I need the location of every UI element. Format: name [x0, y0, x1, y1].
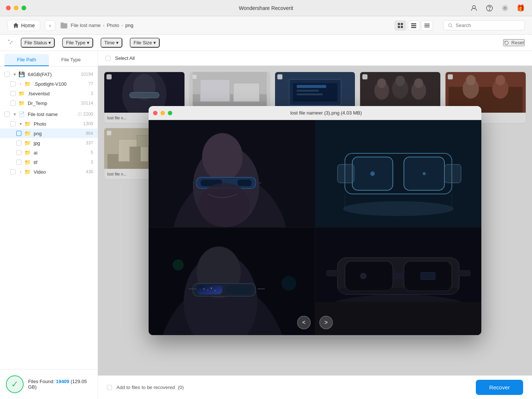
add-to-recover-label: Add to files to be recovered: [116, 385, 175, 390]
help-icon[interactable]: [485, 4, 494, 12]
checkmark-icon: ✓: [11, 379, 18, 389]
preview-quad-bottomright: [315, 228, 481, 335]
file-type-filter[interactable]: File Type ▾: [62, 38, 93, 48]
list-compact-view-button[interactable]: [408, 20, 420, 31]
svg-point-101: [207, 290, 208, 290]
select-all-checkbox[interactable]: [105, 56, 111, 61]
tree-item-jpg[interactable]: 📁 jpg 337: [0, 138, 98, 148]
tree-item-filelostname[interactable]: ▼ 📄 File lost name ⓘ 2200: [0, 109, 98, 119]
expand-icon[interactable]: ▼: [13, 112, 17, 116]
add-to-recover: Add to files to be recovered (0): [107, 385, 184, 390]
preview-prev-button[interactable]: <: [297, 316, 311, 329]
time-filter[interactable]: Time ▾: [101, 38, 122, 48]
maximize-button[interactable]: [21, 6, 26, 10]
preview-next-button[interactable]: >: [319, 316, 333, 329]
gift-icon[interactable]: 🎁: [516, 4, 525, 12]
tree-check[interactable]: [16, 150, 21, 155]
user-icon[interactable]: [470, 4, 478, 12]
breadcrumb-part1: File lost name: [71, 23, 101, 28]
svg-rect-5: [61, 23, 64, 24]
view-controls: [394, 20, 433, 31]
tree-item-png[interactable]: 📁 png 964: [0, 129, 98, 138]
file-size-filter[interactable]: File Size ▾: [130, 38, 160, 48]
search-input[interactable]: [456, 23, 520, 28]
breadcrumb-part3: png: [125, 23, 133, 28]
tree-item-fseventsd[interactable]: 📁 .fseventsd 3: [0, 89, 98, 98]
tree-count: 337: [86, 140, 93, 146]
minimize-button[interactable]: [14, 6, 18, 10]
sidebar-tabs: File Path File Type: [0, 51, 98, 66]
svg-point-74: [202, 133, 243, 181]
svg-point-19: [11, 41, 13, 42]
grid-view-button[interactable]: [394, 20, 406, 31]
tree-item-tif[interactable]: 📁 tif 3: [0, 157, 98, 167]
svg-rect-110: [315, 302, 481, 335]
expand-icon[interactable]: ▼: [13, 72, 17, 76]
tree-check[interactable]: [10, 169, 16, 174]
reset-button[interactable]: Reset: [503, 39, 525, 46]
home-button[interactable]: Home: [7, 20, 40, 31]
tree-check[interactable]: [16, 131, 21, 136]
app-title: Wondershare Recoverit: [239, 5, 293, 11]
tree-name: Video: [34, 169, 84, 175]
preview-maximize[interactable]: [168, 111, 172, 115]
svg-point-3: [504, 7, 506, 9]
tree-item-photo[interactable]: ▼ 📁 Photo 1309: [0, 119, 98, 129]
chevron-down-icon: ▾: [48, 40, 51, 45]
tree-name: .fseventsd: [28, 91, 89, 96]
tree-check[interactable]: [10, 91, 16, 96]
svg-rect-7: [401, 23, 403, 25]
tree-item-spotlight[interactable]: › 📁 .Spotlight-V100 77: [0, 79, 98, 89]
success-icon: ✓: [6, 375, 24, 393]
folder-icon: 📁: [24, 121, 31, 127]
tree-check[interactable]: [10, 81, 16, 86]
recover-button[interactable]: Recover: [476, 380, 523, 395]
tree-item-ai[interactable]: 📁 ai 5: [0, 148, 98, 157]
tree-name: tif: [34, 160, 89, 165]
tree-name: Dr_Temp: [28, 100, 79, 106]
app-body: Home ‹ File lost name › Photo › png: [0, 16, 532, 399]
svg-rect-9: [401, 26, 403, 28]
preview-minimize[interactable]: [160, 111, 165, 115]
back-button[interactable]: ‹: [45, 20, 55, 31]
svg-point-2: [489, 9, 489, 10]
search-box[interactable]: [443, 20, 525, 30]
add-to-recover-checkbox[interactable]: [107, 385, 112, 390]
preview-close[interactable]: [153, 111, 157, 115]
preview-image-3: [149, 228, 315, 335]
tree-name: png: [34, 131, 84, 136]
tree-check[interactable]: [16, 140, 21, 146]
tab-file-path[interactable]: File Path: [4, 54, 49, 66]
file-status-filter[interactable]: File Status ▾: [21, 38, 55, 48]
tree-check[interactable]: [10, 121, 16, 126]
tree-name: 64GB(FAT): [28, 72, 79, 77]
settings-icon[interactable]: [501, 4, 509, 12]
breadcrumb: File lost name › Photo › png: [60, 21, 133, 30]
svg-rect-12: [411, 27, 416, 28]
tree-item-video[interactable]: › 📁 Video 436: [0, 167, 98, 177]
tree-check[interactable]: [16, 160, 21, 165]
svg-rect-116: [457, 270, 470, 276]
tree-item-64gb[interactable]: ▼ 💾 64GB(FAT) 10194: [0, 69, 98, 79]
bottom-bar: Add to files to be recovered (0) Recover: [98, 375, 532, 399]
expand-icon[interactable]: ▼: [18, 122, 23, 126]
list-view-button[interactable]: [421, 20, 433, 31]
tree-check-64gb[interactable]: [4, 72, 10, 77]
tree-check[interactable]: [10, 100, 16, 106]
preview-window: lost file nameer (3).png (4.03 MB): [149, 106, 481, 335]
svg-rect-119: [338, 288, 459, 294]
sidebar-footer: ✓ Files Found: 19409 (129.05 GB): [0, 369, 98, 399]
svg-rect-77: [237, 179, 252, 187]
tree-item-drtemp[interactable]: 📁 Dr_Temp 10114: [0, 98, 98, 108]
tree-count: 10194: [81, 72, 93, 77]
drive-icon: 💾: [18, 71, 25, 77]
svg-point-107: [281, 276, 296, 291]
sidebar: File Path File Type ▼ 💾 64GB(FAT) 10194 …: [0, 51, 98, 399]
tree-check[interactable]: [4, 112, 10, 117]
tab-file-type[interactable]: File Type: [49, 54, 93, 66]
expand-icon[interactable]: ›: [18, 82, 23, 86]
expand-icon[interactable]: ›: [18, 170, 23, 174]
close-button[interactable]: [6, 6, 11, 10]
file-icon: 📄: [18, 111, 25, 117]
filter-bar: File Status ▾ File Type ▾ Time ▾ File Si…: [0, 35, 532, 51]
